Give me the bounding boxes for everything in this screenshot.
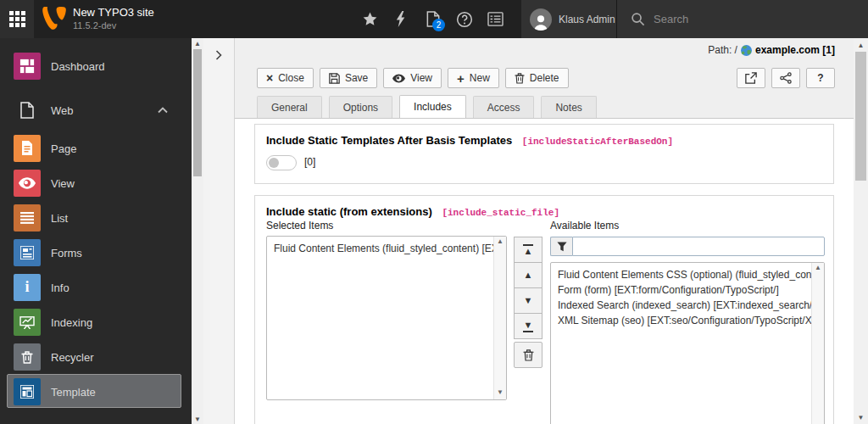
search-bar[interactable]: Search xyxy=(616,0,868,38)
include-static-after-toggle[interactable] xyxy=(266,155,297,170)
site-title: New TYPO3 site xyxy=(73,5,154,20)
list-icon xyxy=(487,12,504,26)
view-icon xyxy=(14,170,41,197)
sidebar-item-label: List xyxy=(51,211,68,224)
avatar xyxy=(530,8,552,31)
move-up-icon: ▲ xyxy=(524,271,533,280)
move-down-icon: ▼ xyxy=(524,296,533,305)
sidebar-item-forms[interactable]: Forms xyxy=(0,235,192,270)
tab-includes[interactable]: Includes xyxy=(399,95,466,118)
sidebar-item-indexing[interactable]: Indexing xyxy=(0,304,192,339)
delete-button[interactable]: Delete xyxy=(505,68,569,88)
help-menu-button[interactable] xyxy=(448,0,480,38)
pagetree-expand-button[interactable] xyxy=(210,47,227,64)
close-button[interactable]: × Close xyxy=(257,68,314,88)
selected-items-label: Selected Items xyxy=(266,220,333,232)
available-items-list[interactable]: Fluid Content Elements CSS (optional) (f… xyxy=(550,262,825,424)
scrollbar-thumb[interactable] xyxy=(855,52,866,181)
module-menu: Dashboard Web Page View List Forms xyxy=(0,38,192,424)
view-button[interactable]: View xyxy=(383,68,442,88)
filter-addon xyxy=(550,237,572,256)
list-item[interactable]: Indexed Search (indexed_search) [EXT:ind… xyxy=(551,298,811,313)
list-item[interactable]: Fluid Content Elements CSS (optional) (f… xyxy=(551,267,811,282)
list-scrollbar[interactable]: ▲ ▼ xyxy=(493,237,506,399)
save-button[interactable]: Save xyxy=(320,68,377,88)
scroll-up-icon[interactable]: ▲ xyxy=(192,38,203,48)
module-menu-scrollbar[interactable]: ▲ ▼ xyxy=(192,38,203,424)
sidebar-item-page[interactable]: Page xyxy=(0,131,192,165)
content-scrollbar[interactable]: ▲ ▼ xyxy=(854,38,868,424)
move-down-button[interactable]: ▼ xyxy=(514,287,542,314)
scroll-up-icon[interactable]: ▲ xyxy=(494,237,506,248)
open-in-new-window-button[interactable] xyxy=(737,68,765,88)
dashboard-icon xyxy=(14,53,41,80)
move-up-button[interactable]: ▲ xyxy=(514,262,542,288)
top-bar: New TYPO3 site 11.5.2-dev 2 Klaus Admin … xyxy=(0,0,868,38)
remove-item-button[interactable] xyxy=(514,342,542,368)
tab-options[interactable]: Options xyxy=(329,96,392,118)
available-items-label: Available Items xyxy=(550,220,619,232)
sidebar-item-label: Template xyxy=(51,385,96,398)
clear-cache-button[interactable] xyxy=(386,0,417,38)
scrollbar-thumb[interactable] xyxy=(193,49,202,176)
sidebar-item-list[interactable]: List xyxy=(0,200,192,235)
sidebar-item-label: Info xyxy=(51,281,70,293)
move-to-top-button[interactable]: ▲ xyxy=(514,237,542,263)
selected-items-list[interactable]: Fluid Content Elements (fluid_styled_con… xyxy=(266,236,507,400)
grid-icon xyxy=(9,11,25,27)
globe-icon xyxy=(741,45,752,56)
trash-icon xyxy=(523,349,534,361)
share-icon xyxy=(780,72,792,84)
template-icon xyxy=(14,378,41,405)
page-title: example.com [1] xyxy=(755,44,835,56)
sidebar-section-label: Web xyxy=(51,104,74,117)
page-icon xyxy=(14,135,41,162)
sidebar-item-label: Indexing xyxy=(51,315,92,328)
path-label: Path: / xyxy=(708,44,737,56)
eye-icon xyxy=(392,74,405,83)
list-item[interactable]: Fluid Content Elements (fluid_styled_con… xyxy=(267,241,493,256)
field-label: Include Static Templates After Basis Tem… xyxy=(266,134,512,147)
share-button[interactable] xyxy=(771,68,800,88)
help-button[interactable]: ? xyxy=(806,68,835,88)
list-item[interactable]: XML Sitemap (seo) [EXT:seo/Configuration… xyxy=(551,313,811,328)
sidebar-item-template[interactable]: Template xyxy=(0,374,192,409)
section-include-static-after: Include Static Templates After Basis Tem… xyxy=(254,124,834,184)
trash-icon xyxy=(515,72,525,84)
sidebar-item-info[interactable]: i Info xyxy=(0,270,192,304)
scroll-up-icon[interactable]: ▲ xyxy=(812,264,824,274)
typo3-logo-icon[interactable] xyxy=(42,7,66,31)
new-button[interactable]: + New xyxy=(448,68,499,88)
sidebar-item-label: View xyxy=(51,176,75,189)
tab-panel-includes: Include Static Templates After Basis Tem… xyxy=(235,118,854,424)
sidebar-section-web[interactable]: Web xyxy=(0,100,192,120)
filter-input[interactable] xyxy=(572,237,825,256)
scroll-up-icon[interactable]: ▲ xyxy=(854,40,868,50)
close-icon: × xyxy=(266,72,273,84)
list-scrollbar[interactable]: ▲ ▼ xyxy=(811,263,824,424)
tab-general[interactable]: General xyxy=(257,96,322,118)
scroll-down-icon[interactable]: ▼ xyxy=(854,412,868,422)
username-label: Klaus Admin xyxy=(559,14,615,25)
sidebar-item-recycler[interactable]: Recycler xyxy=(0,339,192,374)
web-icon xyxy=(14,97,41,124)
field-label: Include static (from extensions) xyxy=(266,205,432,218)
list-item[interactable]: Form (form) [EXT:form/Configuration/Typo… xyxy=(551,282,811,298)
bookmark-button[interactable] xyxy=(354,0,386,38)
scroll-down-icon[interactable]: ▼ xyxy=(494,388,506,399)
scroll-down-icon[interactable]: ▼ xyxy=(192,414,203,424)
system-info-button[interactable] xyxy=(480,0,511,38)
sidebar-item-view[interactable]: View xyxy=(0,165,192,200)
tab-notes[interactable]: Notes xyxy=(541,96,596,118)
sidebar-item-label: Recycler xyxy=(51,350,94,363)
sidebar-item-dashboard[interactable]: Dashboard xyxy=(0,49,192,83)
tab-access[interactable]: Access xyxy=(473,96,535,118)
move-to-bottom-button[interactable]: ▼ xyxy=(514,313,542,339)
opendocs-button[interactable]: 2 xyxy=(417,0,448,38)
field-code-label: [includeStaticAfterBasedOn] xyxy=(522,137,673,147)
user-menu-button[interactable]: Klaus Admin xyxy=(521,0,616,38)
save-icon xyxy=(329,73,340,84)
sidebar-item-label: Page xyxy=(51,142,76,154)
module-menu-toggle-button[interactable] xyxy=(0,0,34,38)
plus-icon: + xyxy=(457,72,465,85)
